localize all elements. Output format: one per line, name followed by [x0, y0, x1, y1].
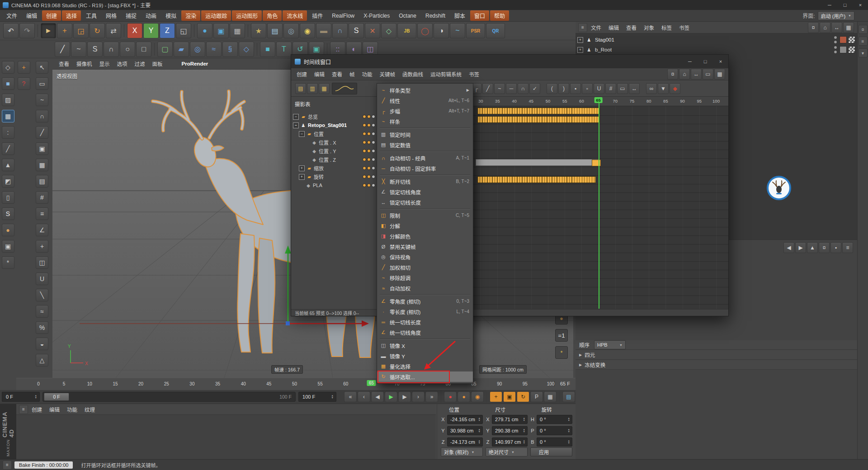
- menu-animate[interactable]: 动画: [142, 10, 160, 21]
- tl-tangent-lock-icon[interactable]: ▫: [582, 83, 593, 94]
- panel-grip-icon[interactable]: ≡: [578, 23, 587, 32]
- tl-region-icon[interactable]: ▭: [617, 83, 628, 94]
- tag-icon[interactable]: [840, 36, 847, 43]
- menu-mograph[interactable]: 运动图形: [232, 10, 262, 21]
- timeline-track-summary[interactable]: −▰总览: [291, 113, 377, 121]
- panel-grip-icon[interactable]: ≡: [3, 461, 12, 470]
- viewport-menu-options[interactable]: 选项: [113, 59, 131, 68]
- coordinate-input[interactable]: 279.71 cm▲▼: [492, 415, 528, 424]
- menu-character[interactable]: 角色: [263, 10, 282, 21]
- menu-item-lock-tangent-angle[interactable]: ∠锁定切线角度: [377, 187, 473, 197]
- brush-icon[interactable]: ╲: [36, 289, 48, 301]
- measure-icon[interactable]: ∠: [36, 224, 48, 236]
- spinner-icon[interactable]: ▲▼: [567, 417, 571, 422]
- record-button[interactable]: ●: [444, 391, 457, 402]
- end-frame-field[interactable]: 100 F ▲▼: [298, 392, 336, 402]
- keyframe-selection-button[interactable]: ◉: [471, 391, 484, 402]
- smooth-icon[interactable]: ≈: [36, 305, 48, 318]
- menu-item-linear[interactable]: ╱线性Alt+L, T~6: [377, 95, 473, 106]
- channel-dot[interactable]: [367, 158, 371, 161]
- next-key-button[interactable]: ›: [412, 391, 425, 402]
- expander-icon[interactable]: +: [577, 37, 583, 43]
- menu-item-auto-weight[interactable]: ≈自动加权: [377, 283, 473, 293]
- timeline-titlebar[interactable]: 时间线窗口 ─□×: [291, 55, 728, 68]
- workplane-mode-icon[interactable]: ▦: [2, 110, 14, 122]
- selection-arrow-icon[interactable]: ↖: [36, 61, 48, 74]
- channel-dot[interactable]: [367, 166, 371, 170]
- paint-icon[interactable]: ●: [2, 224, 14, 236]
- expander-icon[interactable]: −: [293, 122, 299, 128]
- knife-icon[interactable]: ╱: [36, 126, 48, 139]
- timeline-window[interactable]: 时间线窗口 ─□× 创建编辑查看帧功能关键帧函数曲线运动剪辑系统书签 ¤⌂↔▭▦…: [291, 54, 729, 316]
- tl-linear-curve-icon[interactable]: ╱: [482, 83, 493, 94]
- panel-grip-icon[interactable]: ≡: [19, 405, 28, 414]
- checker-ball-icon[interactable]: ◑: [434, 23, 449, 38]
- om-search-icon[interactable]: ¤: [808, 22, 819, 33]
- expander-icon[interactable]: +: [577, 47, 583, 53]
- extrude-icon[interactable]: ▰: [174, 42, 189, 57]
- subdivision-surface-icon[interactable]: ▢: [157, 42, 173, 57]
- expander-icon[interactable]: −: [299, 131, 305, 137]
- menu-edit[interactable]: 编辑: [22, 10, 41, 21]
- fan-icon[interactable]: %: [36, 321, 48, 334]
- timeline-track-rotation[interactable]: +▰旋转: [291, 173, 377, 181]
- curve-preview-button[interactable]: [332, 83, 357, 94]
- visibility-dot[interactable]: [834, 36, 837, 39]
- channel-dot[interactable]: [363, 132, 366, 136]
- timeline-track-pla[interactable]: ◆PLA: [291, 181, 377, 189]
- coordinate-input[interactable]: -24.173 cm▲▼: [447, 437, 483, 446]
- menu-item-lock-tangent-length[interactable]: ↔锁定切线长度: [377, 197, 473, 207]
- render-view-icon[interactable]: ●: [197, 23, 212, 38]
- goto-end-button[interactable]: »: [425, 391, 438, 402]
- axis-center-icon[interactable]: +: [36, 240, 48, 253]
- view-label[interactable]: 透视视图: [57, 72, 77, 80]
- am-up-icon[interactable]: ▲: [807, 242, 818, 253]
- om-menu-objects[interactable]: 对象: [640, 23, 658, 32]
- channel-dot[interactable]: [372, 183, 375, 187]
- am-lock-icon[interactable]: ▪: [830, 242, 841, 253]
- light-icon[interactable]: ◉: [300, 23, 315, 38]
- mm-menu-edit[interactable]: 编辑: [46, 405, 63, 414]
- menu-item-breakdown-color[interactable]: ◨分解颜色: [377, 231, 473, 241]
- tl-custom-curve-icon[interactable]: ✓: [529, 83, 540, 94]
- coord-mode-dropdown[interactable]: 对象 (相对)▼: [441, 447, 483, 456]
- menu-realflow[interactable]: RealFlow: [328, 11, 359, 20]
- om-menu-view[interactable]: 查看: [623, 23, 640, 32]
- menu-select[interactable]: 选择: [62, 10, 81, 21]
- menu-octane[interactable]: Octane: [395, 11, 420, 20]
- channel-dot[interactable]: [372, 132, 375, 136]
- am-search-icon[interactable]: ¤: [819, 242, 830, 253]
- tl-ripple-icon[interactable]: ↔: [629, 83, 640, 94]
- xpresso-icon[interactable]: ✕: [365, 23, 380, 38]
- sky-icon[interactable]: ∩: [332, 23, 348, 38]
- coordinate-input[interactable]: 0 °▲▼: [537, 437, 572, 446]
- menu-item-clamp[interactable]: ◫限制C, T~5: [377, 210, 473, 221]
- rotate-tool-icon[interactable]: ↻: [90, 23, 105, 38]
- jb-plugin-icon[interactable]: JB: [397, 23, 416, 38]
- channel-dot[interactable]: [372, 141, 375, 144]
- menu-item-disable-keyframe[interactable]: Ø禁用关键帧: [377, 241, 473, 252]
- tl-layout-icon[interactable]: ▦: [714, 69, 725, 80]
- display-filter-icon[interactable]: ▤: [267, 23, 283, 38]
- tl-pan-icon[interactable]: ↔: [691, 69, 702, 80]
- tl-snap-icon[interactable]: #: [605, 83, 616, 94]
- camera-icon[interactable]: ◎: [283, 23, 299, 38]
- menu-item-spline[interactable]: ~样条: [377, 116, 473, 127]
- record-pla-toggle[interactable]: ▦: [544, 391, 557, 402]
- menu-item-equal-tangent-length[interactable]: ═统一切线长度: [377, 317, 473, 327]
- graph-icon[interactable]: ~: [450, 23, 465, 38]
- menu-window[interactable]: 窗口: [470, 10, 489, 21]
- menu-item-auto-tangent-classic[interactable]: ∩自动相切 - 经典A, T~1: [377, 153, 473, 163]
- menu-x-particles[interactable]: X-Particles: [359, 11, 394, 20]
- viewport-menu-display[interactable]: 显示: [96, 59, 113, 68]
- timeline-track-position-x[interactable]: ◆位置 . X: [291, 138, 377, 146]
- pen-tool-icon[interactable]: ╱: [55, 42, 70, 57]
- tl-fit-icon[interactable]: ▭: [703, 69, 713, 80]
- sweep-icon[interactable]: §: [222, 42, 238, 57]
- close-button[interactable]: ×: [853, 0, 868, 10]
- channel-dot[interactable]: [363, 175, 366, 179]
- mm-menu-texture[interactable]: 纹理: [81, 405, 99, 414]
- mirror-icon[interactable]: ◫: [36, 256, 48, 269]
- y-axis-lock-icon[interactable]: Y: [143, 23, 159, 38]
- record-position-toggle[interactable]: +: [490, 391, 502, 402]
